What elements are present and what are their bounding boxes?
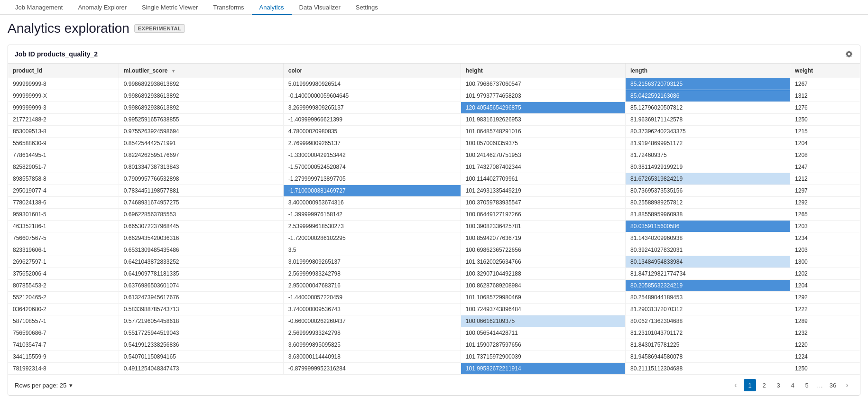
- cell-height: 100.066162109375: [461, 315, 625, 327]
- cell-height: 101.10685729980469: [461, 292, 625, 304]
- cell-ml-outlier-score: 0.6629435420036316: [119, 232, 283, 244]
- cell-ml-outlier-score: 0.4911254048347473: [119, 363, 283, 375]
- cell-color: -1.3300000429153442: [283, 149, 461, 161]
- table-row: 344115559-90.5407011508941653.6300001144…: [8, 351, 860, 363]
- cell-height: 100.39082336425781: [461, 221, 625, 232]
- col-length[interactable]: length: [625, 64, 790, 78]
- page-3-button[interactable]: 3: [772, 379, 785, 391]
- cell-product-id: 463352186-1: [8, 221, 119, 232]
- cell-length: 81.91948699951172: [625, 138, 790, 149]
- cell-weight: 1250: [790, 114, 860, 126]
- cell-product-id: 344115559-9: [8, 351, 119, 363]
- page-header: Analytics exploration EXPERIMENTAL: [0, 15, 868, 41]
- cell-length: 81.14340209960938: [625, 232, 790, 244]
- cell-product-id: 036420680-2: [8, 304, 119, 315]
- cell-color: 3.5: [283, 244, 461, 256]
- cell-length: 80.25588989257812: [625, 197, 790, 209]
- cell-height: 100.1144027709961: [461, 173, 625, 185]
- cell-length: 81.847129821774734: [625, 268, 790, 280]
- page-4-button[interactable]: 4: [786, 379, 799, 391]
- next-page-button[interactable]: ›: [841, 379, 853, 391]
- col-color[interactable]: color: [283, 64, 461, 78]
- cell-height: 101.98316192626953: [461, 114, 625, 126]
- page-2-button[interactable]: 2: [758, 379, 770, 391]
- cell-product-id: 778024138-6: [8, 197, 119, 209]
- cell-weight: 1250: [790, 363, 860, 375]
- cell-color: 3.740000009536743: [283, 304, 461, 315]
- cell-ml-outlier-score: 0.7468931674957275: [119, 197, 283, 209]
- cell-length: 80.25489044189453: [625, 292, 790, 304]
- table-row: 853009513-80.97552639245986944.780000209…: [8, 126, 860, 138]
- settings-icon[interactable]: [845, 50, 853, 58]
- cell-weight: 1312: [790, 90, 860, 102]
- col-height[interactable]: height: [461, 64, 625, 78]
- cell-color: 2.569999933242798: [283, 327, 461, 339]
- page-1-button[interactable]: 1: [744, 379, 756, 391]
- table-row: 823319606-10.65313094854354863.5100.6986…: [8, 244, 860, 256]
- sort-icon: ▼: [171, 68, 176, 74]
- cell-ml-outlier-score: 0.8224262595176697: [119, 149, 283, 161]
- cell-ml-outlier-score: 0.9952591657638855: [119, 114, 283, 126]
- prev-page-button[interactable]: ‹: [729, 379, 742, 391]
- table-row: 556588630-90.8542544425719912.7699998092…: [8, 138, 860, 149]
- table-row: 756607567-50.6629435420036316-1.72000002…: [8, 232, 860, 244]
- cell-length: 81.29031372070312: [625, 304, 790, 315]
- cell-product-id: 556588630-9: [8, 138, 119, 149]
- cell-height: 120.40545654296875: [461, 102, 625, 114]
- table-row: 898557858-80.7909957766532898-1.27999997…: [8, 173, 860, 185]
- cell-length: 81.94586944580078: [625, 351, 790, 363]
- table-footer: Rows per page: 25 ▾ ‹ 1 2 3 4 5 … 36 ›: [8, 375, 860, 395]
- cell-ml-outlier-score: 0.6376986503601074: [119, 280, 283, 292]
- cell-weight: 1204: [790, 280, 860, 292]
- cell-length: 80.38114929199219: [625, 161, 790, 173]
- cell-color: 3.4000000953674316: [283, 197, 461, 209]
- cell-color: -1.2799999713897705: [283, 173, 461, 185]
- nav-item-analytics[interactable]: Analytics: [252, 0, 292, 15]
- cell-ml-outlier-score: 0.6419097781181335: [119, 268, 283, 280]
- cell-length: 80.21115112304688: [625, 363, 790, 375]
- table-row: 587108557-10.5772196054458618-0.66000002…: [8, 315, 860, 327]
- nav-item-transforms[interactable]: Transforms: [205, 0, 251, 15]
- nav-item-data-visualizer[interactable]: Data Visualizer: [292, 0, 348, 15]
- cell-weight: 1234: [790, 232, 860, 244]
- pagination: ‹ 1 2 3 4 5 … 36 ›: [729, 379, 853, 391]
- cell-ml-outlier-score: 0.6531309485435486: [119, 244, 283, 256]
- cell-weight: 1265: [790, 209, 860, 221]
- cell-product-id: 295019077-4: [8, 185, 119, 197]
- col-ml-outlier-score[interactable]: ml.outlier_score ▼: [119, 64, 283, 78]
- page-last-button[interactable]: 36: [827, 379, 839, 391]
- cell-product-id: 898557858-8: [8, 173, 119, 185]
- data-table: product_id ml.outlier_score ▼ color heig…: [8, 64, 860, 375]
- table-row: 778024138-60.74689316749572753.400000095…: [8, 197, 860, 209]
- cell-weight: 1297: [790, 185, 860, 197]
- cell-weight: 1203: [790, 221, 860, 232]
- nav-item-settings[interactable]: Settings: [348, 0, 386, 15]
- page-5-button[interactable]: 5: [801, 379, 813, 391]
- col-product-id[interactable]: product_id: [8, 64, 119, 78]
- nav-item-anomaly-explorer[interactable]: Anomaly Explorer: [70, 0, 134, 15]
- table-row: 269627597-10.64210438728332523.019999809…: [8, 256, 860, 268]
- cell-color: 2.5399999618530273: [283, 221, 461, 232]
- cell-color: -0.6600000262260437: [283, 315, 461, 327]
- cell-ml-outlier-score: 0.854254442571991: [119, 138, 283, 149]
- cell-length: 81.23101043701172: [625, 327, 790, 339]
- table-row: 036420680-20.58339887857437133.740000009…: [8, 304, 860, 315]
- nav-item-job-management[interactable]: Job Management: [8, 0, 70, 15]
- col-weight[interactable]: weight: [790, 64, 860, 78]
- cell-weight: 1203: [790, 244, 860, 256]
- rows-per-page-selector[interactable]: Rows per page: 25 ▾: [15, 382, 73, 389]
- table-row: 959301601-50.696228563785553-1.399999976…: [8, 209, 860, 221]
- cell-length: 85.21563720703125: [625, 78, 790, 90]
- cell-product-id: 825829051-7: [8, 161, 119, 173]
- cell-height: 101.31620025634766: [461, 256, 625, 268]
- cell-length: 80.13484954833984: [625, 256, 790, 268]
- nav-item-single-metric-viewer[interactable]: Single Metric Viewer: [134, 0, 205, 15]
- cell-product-id: 999999999-3: [8, 102, 119, 114]
- cell-length: 80.39241027832031: [625, 244, 790, 256]
- table-row: 741035474-70.54199123382568363.609999895…: [8, 339, 860, 351]
- cell-weight: 1292: [790, 292, 860, 304]
- cell-ml-outlier-score: 0.7909957766532898: [119, 173, 283, 185]
- table-row: 999999999-30.99868929386138923.269999980…: [8, 102, 860, 114]
- cell-ml-outlier-score: 0.9986892938613892: [119, 78, 283, 90]
- cell-ml-outlier-score: 0.9986892938613892: [119, 90, 283, 102]
